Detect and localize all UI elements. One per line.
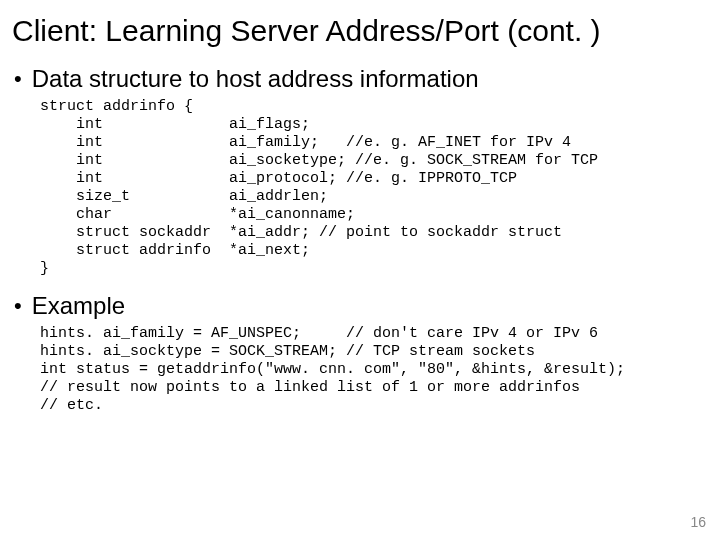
bullet-dot-icon: • — [14, 293, 22, 319]
slide-title: Client: Learning Server Address/Port (co… — [12, 14, 708, 47]
code-example: hints. ai_family = AF_UNSPEC; // don't c… — [40, 325, 708, 415]
bullet-dot-icon: • — [14, 66, 22, 92]
bullet-data-structure: • Data structure to host address informa… — [14, 65, 708, 94]
page-number: 16 — [690, 514, 706, 530]
bullet-text: Data structure to host address informati… — [32, 65, 479, 94]
bullet-text: Example — [32, 292, 125, 321]
bullet-example: • Example — [14, 292, 708, 321]
slide: Client: Learning Server Address/Port (co… — [0, 0, 720, 540]
code-struct-addrinfo: struct addrinfo { int ai_flags; int ai_f… — [40, 98, 708, 278]
